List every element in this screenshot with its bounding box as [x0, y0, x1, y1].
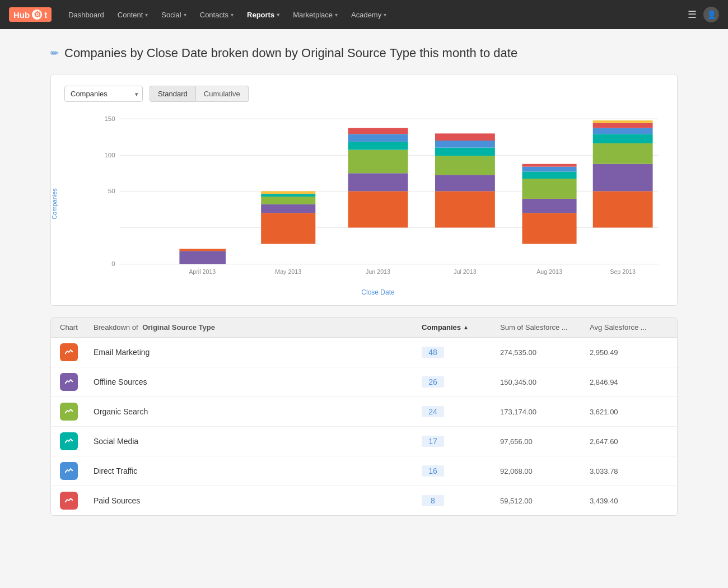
navbar: Hub ⚙ t Dashboard Content ▾ Social ▾ Con… [0, 0, 728, 29]
sprocket-icon: ⚙ [32, 10, 42, 20]
row-companies-cell: 8 [422, 495, 500, 506]
row-source-cell: Offline Sources [94, 377, 422, 386]
svg-text:May 2013: May 2013 [275, 268, 301, 275]
bar-sep-orange [593, 191, 653, 227]
source-name: Organic Search [94, 407, 148, 416]
bar-april-orange [179, 249, 226, 251]
companies-value: 48 [422, 347, 444, 358]
svg-point-17 [72, 351, 73, 352]
svg-point-16 [65, 353, 66, 354]
source-name: Offline Sources [94, 377, 147, 386]
row-avg-cell: 3,033.78 [590, 467, 668, 475]
companies-value: 8 [422, 495, 444, 506]
table-header: Chart Breakdown of Original Source Type … [51, 318, 677, 338]
content-caret-icon: ▾ [145, 12, 148, 18]
row-chart-icon-cell [60, 432, 94, 450]
academy-caret-icon: ▾ [384, 12, 386, 18]
row-source-cell: Paid Sources [94, 496, 422, 505]
hubspot-logo: Hub ⚙ t [9, 7, 52, 22]
bar-sep-purple [593, 164, 653, 192]
nav-reports[interactable]: Reports ▾ [241, 7, 285, 22]
companies-value: 16 [422, 465, 444, 477]
row-avg-cell: 3,439.40 [590, 497, 668, 505]
svg-point-24 [65, 472, 66, 473]
logo-text2: t [44, 10, 47, 20]
chart-wrapper: Companies 150 100 50 0 [64, 111, 664, 296]
table-row: Direct Traffic 16 92,068.00 3,033.78 [51, 456, 677, 486]
nav-social[interactable]: Social ▾ [156, 7, 192, 22]
source-name: Email Marketing [94, 348, 150, 357]
nav-marketplace[interactable]: Marketplace ▾ [287, 7, 343, 22]
metric-dropdown-wrapper[interactable]: Companies ▾ [64, 86, 143, 102]
bar-jul-blue [435, 141, 495, 148]
row-avg-cell: 2,950.49 [590, 348, 668, 357]
row-sum-cell: 59,512.00 [500, 497, 590, 505]
brand-logo[interactable]: Hub ⚙ t [9, 7, 52, 22]
svg-text:50: 50 [108, 187, 115, 194]
bar-may-teal [261, 194, 315, 197]
source-name: Direct Traffic [94, 466, 137, 475]
table-row: Offline Sources 26 150,345.00 2,846.94 [51, 367, 677, 397]
row-avg-cell: 2,846.94 [590, 378, 668, 386]
chart-controls: Companies ▾ Standard Cumulative [64, 86, 664, 102]
source-icon [60, 403, 78, 421]
row-chart-icon-cell [60, 492, 94, 510]
companies-value: 17 [422, 436, 444, 447]
row-companies-cell: 26 [422, 376, 500, 388]
nav-content[interactable]: Content ▾ [112, 7, 154, 22]
marketplace-caret-icon: ▾ [335, 12, 338, 18]
menu-icon[interactable]: ☰ [688, 8, 697, 21]
svg-point-20 [65, 412, 66, 413]
svg-text:100: 100 [104, 151, 115, 158]
bar-jun-green [348, 150, 408, 174]
bar-aug-orange [522, 213, 576, 244]
nav-contacts[interactable]: Contacts ▾ [194, 7, 239, 22]
bar-jul-purple [435, 175, 495, 191]
bar-jun-red [348, 128, 408, 134]
row-sum-cell: 92,068.00 [500, 467, 590, 475]
bar-sep-yellow [593, 120, 653, 123]
row-companies-cell: 16 [422, 465, 500, 477]
metric-dropdown[interactable]: Companies [64, 86, 143, 102]
source-name: Paid Sources [94, 496, 140, 505]
bar-may-orange [261, 213, 315, 244]
row-avg-cell: 2,647.60 [590, 437, 668, 446]
nav-academy[interactable]: Academy ▾ [346, 7, 392, 22]
x-axis-label: Close Date [92, 288, 664, 296]
bar-aug-purple [522, 199, 576, 213]
reports-caret-icon: ▾ [277, 12, 279, 18]
sort-arrow-icon: ▲ [463, 324, 469, 330]
bar-april-purple [179, 251, 226, 264]
page-content: ✏ Companies by Close Date broken down by… [28, 29, 700, 533]
standard-button[interactable]: Standard [150, 86, 196, 102]
companies-value: 24 [422, 406, 444, 417]
nav-dashboard[interactable]: Dashboard [63, 7, 110, 22]
svg-point-18 [65, 382, 66, 384]
col-chart-header: Chart [60, 323, 94, 332]
row-source-cell: Organic Search [94, 407, 422, 416]
bar-aug-blue [522, 167, 576, 172]
user-icon[interactable]: 👤 [703, 7, 719, 22]
cumulative-button[interactable]: Cumulative [196, 86, 249, 102]
edit-icon[interactable]: ✏ [50, 47, 59, 59]
svg-point-26 [65, 501, 66, 502]
source-icon [60, 492, 78, 510]
row-companies-cell: 17 [422, 436, 500, 447]
bar-sep-red [593, 123, 653, 128]
col-companies-header[interactable]: Companies ▲ [422, 323, 500, 332]
svg-point-27 [72, 500, 73, 501]
svg-text:150: 150 [104, 115, 115, 122]
col-sum-header: Sum of Salesforce ... [500, 323, 590, 332]
bar-jun-purple [348, 173, 408, 191]
bar-sep-teal [593, 134, 653, 143]
row-companies-cell: 24 [422, 406, 500, 417]
bar-chart: 150 100 50 0 April 2013 May 201 [92, 111, 664, 284]
row-source-cell: Email Marketing [94, 348, 422, 357]
logo-text: Hub [13, 10, 30, 20]
row-sum-cell: 274,535.00 [500, 348, 590, 357]
svg-point-22 [65, 442, 66, 443]
table-row: Social Media 17 97,656.00 2,647.60 [51, 427, 677, 456]
bar-may-green [261, 197, 315, 204]
page-title-area: ✏ Companies by Close Date broken down by… [50, 46, 678, 60]
bar-may-purple [261, 204, 315, 213]
